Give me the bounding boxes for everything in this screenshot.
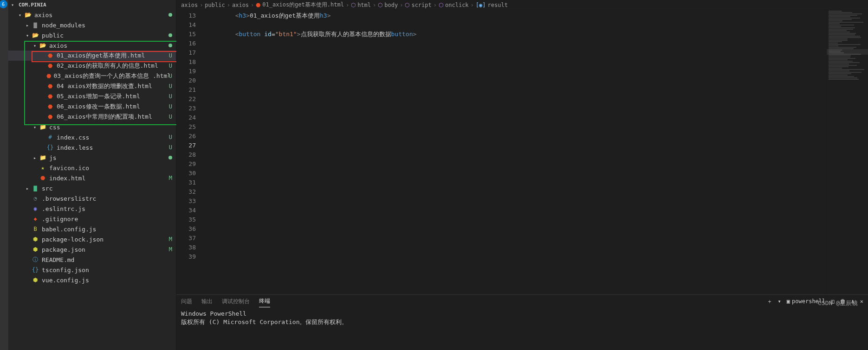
file-tree-item[interactable]: ⬣03_axios的查询一个人的基本信息 .htmlU: [8, 71, 176, 81]
file-label: babel.config.js: [42, 226, 96, 233]
line-number: 25: [176, 122, 196, 132]
chevron-icon: ▸: [26, 23, 32, 28]
line-number: 13: [176, 11, 196, 20]
editor[interactable]: 1314151617181920212223242526272829303132…: [176, 10, 868, 294]
breadcrumb-item[interactable]: axios: [232, 2, 249, 8]
breadcrumb-label: script: [411, 2, 431, 8]
file-label: js: [49, 154, 57, 161]
breadcrumb-item[interactable]: ⬡onclick: [439, 2, 469, 8]
line-number: 34: [176, 206, 196, 215]
minimap[interactable]: [826, 10, 868, 294]
file-tree-item[interactable]: ◔.browserslistrc: [8, 193, 176, 204]
file-tree-item[interactable]: ⬣04 axios对数据的增删改查.htmlU: [8, 81, 176, 91]
panel-tab-debug[interactable]: 调试控制台: [222, 296, 250, 307]
chevron-right-icon: ›: [373, 2, 376, 8]
file-tree-item[interactable]: ⬢vue.config.js: [8, 275, 176, 285]
file-tree-item[interactable]: ▸📁js: [8, 153, 176, 163]
file-tree-item[interactable]: ⬣05_axios增加一条记录.htmlU: [8, 91, 176, 102]
chevron-right-icon: ›: [434, 2, 437, 8]
file-label: 01_axios的get基本使用.html: [57, 51, 145, 60]
chevron-right-icon: ›: [251, 2, 254, 8]
file-tree-item[interactable]: ▾📂public: [8, 30, 176, 40]
breadcrumb[interactable]: axios›public›axios›⬣01_axios的get基本使用.htm…: [176, 0, 868, 10]
panel-tabs[interactable]: 问题 输出 调试控制台 终端 ＋ ▾ ▣ powershell ◫ 🗑 ∧ ✕: [176, 295, 868, 308]
breadcrumb-item[interactable]: ⬡script: [405, 2, 431, 8]
file-label: package.json: [42, 246, 85, 253]
breadcrumb-item[interactable]: ⬡html: [351, 2, 371, 8]
line-number: 30: [176, 169, 196, 178]
breadcrumb-item[interactable]: ⬡body: [378, 2, 398, 8]
line-number: 28: [176, 150, 196, 159]
file-label: 02_axios的获取所有人的信息.html: [57, 62, 158, 70]
file-label: 06_axios中常用到的配置项.html: [57, 113, 152, 121]
file-tree-item[interactable]: Bbabel.config.js: [8, 224, 176, 234]
line-number: 20: [176, 76, 196, 85]
breadcrumb-label: axios: [181, 2, 198, 8]
line-number: 39: [176, 252, 196, 261]
html-icon: ⬣: [256, 2, 260, 8]
file-tree-item[interactable]: {}tsconfig.json: [8, 265, 176, 275]
file-tree-item[interactable]: ▸▇node_modules: [8, 20, 176, 30]
line-number: 33: [176, 197, 196, 206]
line-number: 21: [176, 85, 196, 95]
split-terminal-icon[interactable]: ◫: [831, 298, 834, 305]
file-tree-item[interactable]: ⬣index.htmlM: [8, 173, 176, 183]
line-number: 17: [176, 48, 196, 57]
breadcrumb-label: result: [488, 2, 508, 8]
terminal-split-dropdown-icon[interactable]: ▾: [778, 298, 781, 305]
breadcrumb-item[interactable]: axios: [181, 2, 198, 8]
file-tree-item[interactable]: ⬢package.jsonM: [8, 244, 176, 255]
panel-tab-terminal[interactable]: 终端: [259, 295, 270, 307]
file-tree-item[interactable]: ▾📂axios: [8, 10, 176, 20]
terminal-body[interactable]: Windows PowerShell 版权所有 (C) Microsoft Co…: [176, 308, 868, 350]
file-tree-item[interactable]: ◉.eslintrc.js: [8, 204, 176, 214]
file-tree-item[interactable]: ⬣01_axios的get基本使用.htmlU: [8, 51, 176, 61]
file-tree-item[interactable]: ◆.gitignore: [8, 214, 176, 224]
file-label: 04 axios对数据的增删改查.html: [57, 82, 152, 90]
file-tree[interactable]: ▾📂axios▸▇node_modules▾📂public▾📂axios⬣01_…: [8, 10, 176, 350]
chevron-icon: ▾: [26, 33, 32, 38]
file-label: 05_axios增加一条记录.html: [57, 92, 140, 101]
breadcrumb-label: axios: [232, 2, 249, 8]
file-tree-item[interactable]: ⓘREADME.md: [8, 255, 176, 265]
close-panel-icon[interactable]: ✕: [860, 298, 863, 305]
line-number: 38: [176, 243, 196, 252]
code-area[interactable]: <h3>01_axios的get基本使用h3> <button id="btn1…: [204, 10, 826, 294]
breadcrumb-item[interactable]: public: [205, 2, 225, 8]
file-tree-item[interactable]: ⬣02_axios的获取所有人的信息.htmlU: [8, 61, 176, 71]
breadcrumb-item[interactable]: ⬣01_axios的get基本使用.html: [256, 1, 344, 9]
file-tree-item[interactable]: ⬣06_axios中常用到的配置项.htmlU: [8, 112, 176, 122]
chevron-right-icon: ›: [400, 2, 403, 8]
kill-terminal-icon[interactable]: 🗑: [840, 298, 846, 305]
file-tree-item[interactable]: ▾📁css: [8, 122, 176, 132]
variable-icon: [◉]: [476, 2, 486, 8]
line-number: 14: [176, 20, 196, 30]
chevron-right-icon: ›: [200, 2, 203, 8]
sidebar-title[interactable]: ▾ COM.PINIA: [8, 0, 176, 10]
file-tree-item[interactable]: {}index.lessU: [8, 142, 176, 153]
file-tree-item[interactable]: #index.cssU: [8, 132, 176, 142]
sidebar: ▾ COM.PINIA ▾📂axios▸▇node_modules▾📂publi…: [8, 0, 176, 350]
file-tree-item[interactable]: ⬣06_axios修改一条数据.htmlU: [8, 102, 176, 112]
file-tree-item[interactable]: ▾📂axios: [8, 40, 176, 51]
terminal-panel: 问题 输出 调试控制台 终端 ＋ ▾ ▣ powershell ◫ 🗑 ∧ ✕: [176, 294, 868, 350]
line-number: 24: [176, 113, 196, 122]
panel-tab-output[interactable]: 输出: [201, 296, 213, 307]
file-label: src: [42, 185, 52, 192]
maximize-panel-icon[interactable]: ∧: [851, 298, 855, 305]
breadcrumb-item[interactable]: [◉]result: [476, 2, 508, 8]
file-tree-item[interactable]: ★favicon.ico: [8, 163, 176, 173]
terminal-shell-button[interactable]: ▣ powershell: [787, 298, 825, 305]
new-terminal-icon[interactable]: ＋: [767, 298, 772, 305]
file-tree-item[interactable]: ▸▇src: [8, 183, 176, 193]
file-label: .gitignore: [42, 216, 78, 223]
file-label: css: [49, 124, 60, 131]
line-number: 16: [176, 39, 196, 48]
line-gutter: 1314151617181920212223242526272829303132…: [176, 10, 204, 294]
file-label: favicon.ico: [49, 165, 89, 172]
file-tree-item[interactable]: ⬢package-lock.jsonM: [8, 234, 176, 244]
symbol-icon: ⬡: [351, 2, 356, 8]
file-label: .browserslistrc: [42, 195, 96, 202]
file-label: index.html: [49, 175, 85, 182]
panel-tab-problems[interactable]: 问题: [181, 296, 192, 307]
